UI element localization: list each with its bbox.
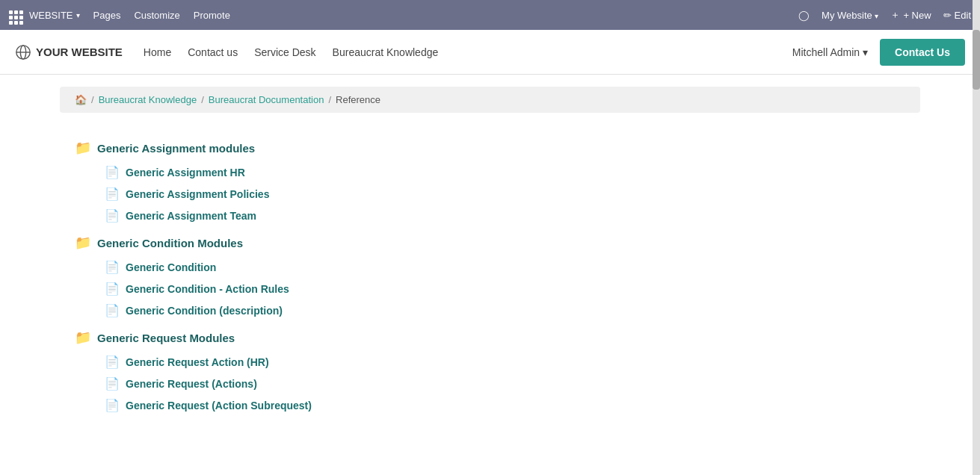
website-menu[interactable]: WEBSITE ▾ [9, 5, 80, 25]
chevron-down-icon-2: ▾ [875, 12, 878, 20]
globe-icon [15, 44, 31, 60]
pages-link[interactable]: Pages [93, 10, 121, 21]
doc-generic-assignment-hr: 📄 Generic Assignment HR [105, 165, 905, 179]
doc-icon-3b: 📄 [105, 376, 120, 391]
breadcrumb-home[interactable]: 🏠 [75, 94, 87, 105]
doc-label-2a[interactable]: Generic Condition [126, 261, 216, 273]
scrollbar[interactable] [973, 0, 980, 435]
doc-label-3c[interactable]: Generic Request (Action Subrequest) [126, 400, 312, 412]
breadcrumb-bureaucrat-knowledge[interactable]: Bureaucrat Knowledge [99, 94, 197, 105]
breadcrumb-sep-2: / [201, 94, 204, 105]
category-generic-request-modules: 📁 Generic Request Modules [75, 329, 905, 346]
breadcrumb-current: Reference [336, 94, 380, 105]
folder-icon-3: 📁 [75, 329, 91, 346]
breadcrumb-sep-3: / [328, 94, 331, 105]
plus-icon: ＋ [890, 8, 900, 22]
doc-generic-condition-action-rules: 📄 Generic Condition - Action Rules [105, 282, 905, 296]
doc-label-1c[interactable]: Generic Assignment Team [126, 210, 256, 222]
promote-link[interactable]: Promote [194, 10, 230, 21]
doc-icon-1a: 📄 [105, 165, 120, 179]
doc-generic-condition-description: 📄 Generic Condition (description) [105, 303, 905, 317]
doc-icon-2a: 📄 [105, 260, 120, 274]
category-label-1[interactable]: Generic Assignment modules [97, 142, 255, 155]
doc-icon-3c: 📄 [105, 398, 120, 412]
doc-generic-condition: 📄 Generic Condition [105, 260, 905, 274]
my-website-menu[interactable]: My Website ▾ [822, 10, 878, 21]
category-generic-assignment-modules: 📁 Generic Assignment modules [75, 140, 905, 156]
pencil-icon: ✏ [943, 10, 952, 21]
doc-icon-1c: 📄 [105, 208, 120, 223]
doc-label-3a[interactable]: Generic Request Action (HR) [126, 356, 269, 368]
breadcrumb-bureaucrat-documentation[interactable]: Bureaucrat Documentation [209, 94, 324, 105]
site-logo[interactable]: YOUR WEBSITE [15, 44, 123, 60]
admin-bar-right: ◯ My Website ▾ ＋ + New ✏ Edit [798, 8, 971, 22]
nav-service-desk[interactable]: Service Desk [254, 46, 315, 58]
grid-icon [9, 5, 26, 25]
breadcrumb: 🏠 / Bureaucrat Knowledge / Bureaucrat Do… [60, 87, 920, 113]
user-name: Mitchell Admin [792, 46, 860, 58]
content-area: 📁 Generic Assignment modules 📄 Generic A… [0, 113, 980, 435]
doc-label-3b[interactable]: Generic Request (Actions) [126, 378, 257, 390]
nav-left: YOUR WEBSITE Home Contact us Service Des… [15, 44, 438, 60]
doc-icon-3a: 📄 [105, 355, 120, 369]
doc-generic-request-action-hr: 📄 Generic Request Action (HR) [105, 355, 905, 369]
user-chevron-icon: ▾ [863, 46, 868, 58]
doc-label-1a[interactable]: Generic Assignment HR [126, 167, 245, 178]
category-label-3[interactable]: Generic Request Modules [97, 332, 235, 344]
customize-link[interactable]: Customize [134, 10, 179, 21]
contact-us-button[interactable]: Contact Us [880, 39, 965, 66]
breadcrumb-sep-1: / [91, 94, 94, 105]
user-menu[interactable]: Mitchell Admin ▾ [792, 46, 868, 58]
doc-label-2c[interactable]: Generic Condition (description) [126, 305, 283, 317]
nav-bureaucrat-knowledge[interactable]: Bureaucrat Knowledge [333, 46, 439, 58]
nav-contact-us[interactable]: Contact us [188, 46, 238, 58]
website-label: WEBSITE [29, 10, 73, 21]
nav-links: Home Contact us Service Desk Bureaucrat … [144, 46, 438, 58]
admin-bar: WEBSITE ▾ Pages Customize Promote ◯ My W… [0, 0, 980, 30]
scrollbar-thumb[interactable] [973, 30, 980, 90]
doc-label-1b[interactable]: Generic Assignment Policies [126, 188, 269, 200]
doc-icon-1b: 📄 [105, 187, 120, 201]
doc-generic-request-actions: 📄 Generic Request (Actions) [105, 376, 905, 391]
folder-icon-1: 📁 [75, 140, 91, 156]
site-name: YOUR WEBSITE [36, 46, 123, 58]
folder-icon-2: 📁 [75, 235, 91, 251]
chevron-down-icon: ▾ [76, 11, 80, 19]
doc-icon-2c: 📄 [105, 303, 120, 317]
doc-label-2b[interactable]: Generic Condition - Action Rules [126, 283, 289, 295]
doc-generic-assignment-policies: 📄 Generic Assignment Policies [105, 187, 905, 201]
nav-right: Mitchell Admin ▾ Contact Us [792, 39, 965, 66]
category-label-2[interactable]: Generic Condition Modules [97, 237, 243, 249]
doc-generic-assignment-team: 📄 Generic Assignment Team [105, 208, 905, 223]
mobile-icon[interactable]: ◯ [798, 10, 810, 21]
website-nav: YOUR WEBSITE Home Contact us Service Des… [0, 30, 980, 75]
new-button[interactable]: ＋ + New [890, 8, 931, 22]
edit-button[interactable]: ✏ Edit [943, 10, 971, 21]
admin-bar-left: WEBSITE ▾ Pages Customize Promote [9, 5, 230, 25]
doc-generic-request-action-subrequest: 📄 Generic Request (Action Subrequest) [105, 398, 905, 412]
doc-icon-2b: 📄 [105, 282, 120, 296]
category-generic-condition-modules: 📁 Generic Condition Modules [75, 235, 905, 251]
nav-home[interactable]: Home [144, 46, 171, 58]
